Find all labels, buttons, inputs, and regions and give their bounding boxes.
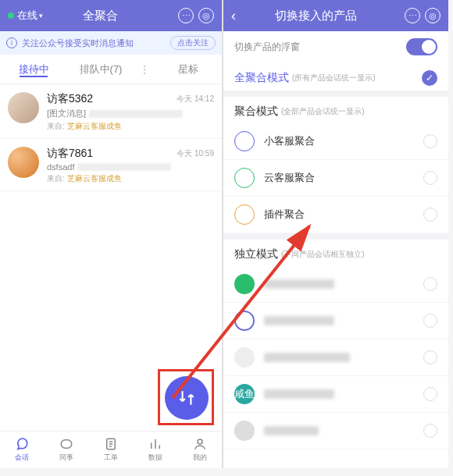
bottom-nav: 会话 同事 工单 数据 我的: [0, 431, 222, 468]
online-dot-icon: [8, 12, 14, 19]
opt-label-blur: [264, 353, 350, 362]
product-icon: [234, 421, 255, 441]
agg-option[interactable]: ⬡ 插件聚合: [223, 197, 448, 233]
conv-src: 芝麻云客服成鱼: [67, 174, 122, 183]
svg-rect-0: [61, 440, 72, 449]
phone-left: 在线 ▾ 全聚合 ⋯ ◎ i 关注公众号接受实时消息通知 点击关注 接待中 排队…: [0, 0, 223, 468]
ind-mode-header: 独立模式 (不同产品会话相互独立): [223, 240, 448, 266]
left-title: 全聚合: [27, 9, 173, 23]
ind-option[interactable]: [223, 303, 448, 339]
conv-msg-prefix: [图文消息]: [47, 108, 86, 119]
headset-icon: ◉: [234, 131, 255, 151]
ind-option[interactable]: 咸鱼: [223, 376, 448, 413]
separator: [223, 233, 448, 240]
opt-label: 插件聚合: [264, 208, 305, 222]
radio-icon: [423, 350, 437, 364]
float-toggle-row: 切换产品的浮窗: [223, 31, 448, 62]
float-toggle-switch[interactable]: [406, 38, 437, 55]
radio-icon: [423, 134, 437, 148]
agg-mode-title: 聚合模式: [234, 105, 278, 119]
info-icon: i: [6, 37, 17, 48]
agg-mode-header: 聚合模式 (全部产品会话统一显示): [223, 97, 448, 123]
conversation-item[interactable]: 访客7861 今天 10:59 dsfsadf 来自: 芝麻云客服成鱼: [0, 139, 222, 191]
float-toggle-label: 切换产品的浮窗: [234, 41, 300, 54]
user-icon: [193, 437, 207, 451]
right-title: 切换接入的产品: [231, 9, 400, 23]
radio-icon: [423, 424, 437, 438]
conv-time: 今天 10:59: [177, 148, 214, 159]
radio-icon: [423, 171, 437, 185]
ind-option[interactable]: [223, 413, 448, 449]
header-target-icon[interactable]: ◎: [425, 8, 441, 23]
nav-label: 会话: [15, 453, 29, 463]
left-header: 在线 ▾ 全聚合 ⋯ ◎: [0, 0, 222, 31]
ring-icon: [234, 311, 255, 331]
opt-label-blur: [264, 389, 334, 399]
phone-right: ‹ 切换接入的产品 ⋯ ◎ 切换产品的浮窗 全聚合模式 (所有产品会话统一显示)…: [223, 0, 448, 468]
ticket-icon: [104, 437, 118, 451]
nav-label: 工单: [104, 453, 118, 463]
radio-icon: [423, 314, 437, 328]
conv-name: 访客7861: [47, 147, 177, 161]
tab-receiving[interactable]: 接待中: [0, 62, 67, 76]
nav-label: 我的: [193, 453, 207, 463]
nav-ticket[interactable]: 工单: [89, 432, 134, 468]
conversation-item[interactable]: 访客5362 今天 14:12 [图文消息] 来自: 芝麻云客服成鱼: [0, 84, 222, 139]
tab-star[interactable]: 星标: [155, 62, 222, 76]
ind-option[interactable]: [223, 339, 448, 376]
nav-chat[interactable]: 会话: [0, 432, 45, 468]
opt-label: 云客服聚合: [264, 171, 315, 185]
separator: [223, 91, 448, 97]
tab-bar: 接待中 排队中(7) ⋮ 星标: [0, 55, 222, 84]
plugin-icon: ⬡: [234, 204, 255, 225]
agg-mode-sub: (全部产品会话统一显示): [281, 106, 365, 117]
follow-button[interactable]: 点击关注: [170, 36, 216, 50]
conv-src-label: 来自:: [47, 174, 65, 183]
bar-chart-icon: [148, 437, 162, 451]
agg-option[interactable]: ☁ 云客服聚合: [223, 160, 448, 197]
conv-src: 芝麻云客服成鱼: [67, 122, 122, 130]
header-target-icon[interactable]: ◎: [198, 8, 214, 23]
right-header: ‹ 切换接入的产品 ⋯ ◎: [223, 0, 448, 31]
check-icon: ✓: [422, 70, 437, 86]
opt-label-blur: [264, 426, 319, 435]
gray-icon: [234, 347, 255, 368]
ind-mode-sub: (不同产品会话相互独立): [281, 249, 365, 260]
nav-label: 同事: [59, 453, 73, 463]
nav-colleague[interactable]: 同事: [45, 432, 89, 468]
opt-label-blur: [264, 316, 334, 325]
colleague-icon: [59, 437, 73, 451]
conv-src-label: 来自:: [47, 122, 65, 130]
tab-queue[interactable]: 排队中(7): [67, 62, 134, 76]
all-mode-sub: (所有产品会话统一显示): [292, 73, 376, 83]
ind-mode-title: 独立模式: [234, 247, 278, 261]
radio-icon: [423, 277, 437, 291]
all-mode-row[interactable]: 全聚合模式 (所有产品会话统一显示) ✓: [223, 62, 448, 91]
fab-highlight-box: [158, 369, 214, 425]
opt-label-blur: [264, 279, 334, 289]
conv-msg-blur: [77, 163, 171, 171]
conv-msg-blur: [89, 110, 183, 118]
opt-label: 小客服聚合: [264, 134, 315, 148]
header-more-icon[interactable]: ⋯: [405, 8, 420, 23]
nav-label: 数据: [148, 453, 162, 463]
nav-mine[interactable]: 我的: [177, 432, 222, 468]
tab-more-icon[interactable]: ⋮: [134, 63, 155, 76]
ind-option[interactable]: [223, 266, 448, 303]
radio-icon: [423, 387, 437, 401]
avatar: [8, 92, 39, 123]
conv-time: 今天 14:12: [177, 94, 214, 105]
transfer-icon: [177, 388, 197, 408]
chat-icon: [15, 437, 29, 451]
all-mode-title: 全聚合模式: [234, 71, 289, 85]
nav-data[interactable]: 数据: [133, 432, 177, 468]
notice-bar: i 关注公众号接受实时消息通知 点击关注: [0, 31, 222, 55]
conv-name: 访客5362: [47, 92, 177, 106]
conv-msg-prefix: dsfsadf: [47, 162, 74, 172]
header-more-icon[interactable]: ⋯: [178, 8, 194, 23]
wechat-icon: [234, 274, 255, 294]
switch-product-fab[interactable]: [165, 376, 209, 420]
avatar: [8, 147, 39, 178]
agg-option[interactable]: ◉ 小客服聚合: [223, 123, 448, 160]
radio-icon: [423, 208, 437, 222]
